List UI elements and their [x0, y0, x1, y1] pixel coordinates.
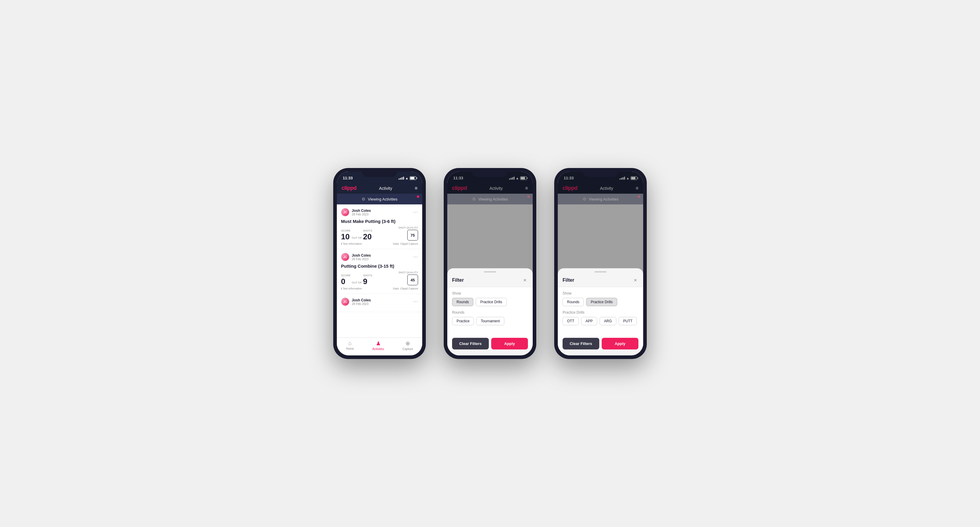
shot-quality-badge-2: 45	[407, 275, 418, 285]
clear-filters-button-2[interactable]: Clear Filters	[452, 338, 489, 349]
show-chips-2: Rounds Practice Drills	[452, 298, 528, 306]
nav-activities-label-1: Activities	[372, 348, 384, 351]
notification-dot-1	[417, 195, 419, 198]
user-date-2: 28 Feb 2023	[352, 257, 371, 261]
status-time-1: 11:33	[343, 176, 353, 180]
sheet-header-2: Filter ✕	[447, 275, 533, 287]
avatar-3: JC	[341, 297, 349, 306]
scene: 11:33 ▲ clippd Activity ≡ ⚙	[315, 144, 665, 383]
stats-row-1: Score 10 OUT OF Shots 20 Shot Quality 7	[341, 226, 418, 241]
card-header-2: JC Josh Coles 28 Feb 2023 ···	[341, 253, 418, 261]
shots-label-2: Shots	[363, 274, 372, 277]
user-info-2: JC Josh Coles 28 Feb 2023	[341, 253, 371, 261]
filter-sheet-2: Filter ✕ Show Rounds Practice Drills Rou…	[447, 268, 533, 356]
show-label-3: Show	[563, 291, 638, 295]
chip-ott-3[interactable]: OTT	[563, 317, 579, 325]
chip-rounds-3[interactable]: Rounds	[563, 298, 584, 306]
sheet-footer-3: Clear Filters Apply	[558, 333, 643, 349]
close-button-2[interactable]: ✕	[522, 277, 528, 283]
app-header-1: clippd Activity ≡	[337, 183, 422, 194]
nav-capture-1[interactable]: ⊕ Capture	[402, 340, 413, 351]
content-1: JC Josh Coles 28 Feb 2023 ··· Must Make …	[337, 205, 422, 338]
filter-sheet-3: Filter ✕ Show Rounds Practice Drills Pra…	[558, 268, 643, 356]
activity-card-3: JC Josh Coles 28 Feb 2023 ···	[337, 294, 422, 312]
chip-practice-drills-3[interactable]: Practice Drills	[586, 298, 617, 306]
clear-filters-button-3[interactable]: Clear Filters	[563, 338, 599, 349]
header-title-1: Activity	[379, 186, 392, 191]
sheet-body-3: Show Rounds Practice Drills Practice Dri…	[558, 287, 643, 333]
activity-title-2: Putting Combine (3-15 ft)	[341, 264, 418, 268]
chip-practice-drills-2[interactable]: Practice Drills	[476, 298, 506, 306]
activities-icon-1: ♟	[376, 340, 381, 347]
rounds-label-2: Rounds	[452, 310, 528, 314]
sheet-body-2: Show Rounds Practice Drills Rounds Pract…	[447, 287, 533, 333]
sheet-footer-2: Clear Filters Apply	[447, 333, 533, 349]
sheet-handle-2	[484, 271, 496, 273]
avatar-2: JC	[341, 253, 349, 261]
user-date-3: 28 Feb 2023	[352, 302, 371, 306]
apply-button-3[interactable]: Apply	[602, 338, 638, 349]
card-header-1: JC Josh Coles 28 Feb 2023 ···	[341, 208, 418, 216]
logo-1: clippd	[342, 185, 356, 191]
bottom-nav-1: ⌂ Home ♟ Activities ⊕ Capture	[337, 338, 422, 356]
phone-3: 11:33 ▲ clippd Activity ≡ ⚙	[554, 168, 647, 359]
activity-card-2: JC Josh Coles 28 Feb 2023 ··· Putting Co…	[337, 249, 422, 294]
more-dots-3[interactable]: ···	[413, 299, 418, 305]
show-chips-3: Rounds Practice Drills	[563, 298, 638, 306]
activity-title-1: Must Make Putting (3-6 ft)	[341, 219, 418, 224]
nav-home-label-1: Home	[346, 347, 354, 350]
data-source-2: Data: Clippd Capture	[393, 287, 418, 290]
chip-arg-3[interactable]: ARG	[600, 317, 616, 325]
filter-icon-1: ⚙	[361, 197, 366, 202]
battery-icon-1	[410, 176, 416, 180]
out-of-2: OUT OF	[352, 281, 362, 284]
card-footer-2: ℹ Test Information Data: Clippd Capture	[341, 287, 418, 290]
notch-3	[582, 168, 619, 177]
show-label-2: Show	[452, 291, 528, 295]
filter-title-3: Filter	[563, 278, 574, 283]
home-icon-1: ⌂	[348, 340, 352, 346]
chip-rounds-2[interactable]: Rounds	[452, 298, 473, 306]
stats-row-2: Score 0 OUT OF Shots 9 Shot Quality 45	[341, 271, 418, 285]
phone-1: 11:33 ▲ clippd Activity ≡ ⚙	[333, 168, 426, 359]
chip-practice-2[interactable]: Practice	[452, 317, 474, 325]
user-date-1: 28 Feb 2023	[352, 213, 371, 216]
wifi-icon-1: ▲	[405, 176, 409, 180]
more-dots-2[interactable]: ···	[413, 254, 418, 260]
drills-label-3: Practice Drills	[563, 310, 638, 314]
user-name-1: Josh Coles	[352, 209, 371, 213]
close-button-3[interactable]: ✕	[632, 277, 638, 283]
card-header-3: JC Josh Coles 28 Feb 2023 ···	[341, 297, 418, 306]
avatar-1: JC	[341, 208, 349, 216]
activity-card-1: JC Josh Coles 28 Feb 2023 ··· Must Make …	[337, 205, 422, 249]
out-of-1: OUT OF	[352, 237, 362, 239]
score-label-2: Score	[341, 274, 350, 277]
viewing-bar-1[interactable]: ⚙ Viewing Activities	[337, 194, 422, 205]
apply-button-2[interactable]: Apply	[491, 338, 528, 349]
signal-icon-1	[399, 177, 404, 179]
chip-tournament-2[interactable]: Tournament	[476, 317, 504, 325]
score-value-1: 10	[341, 233, 350, 241]
chip-putt-3[interactable]: PUTT	[619, 317, 637, 325]
notch-2	[472, 168, 508, 177]
chip-app-3[interactable]: APP	[581, 317, 597, 325]
test-info-1: ℹ Test Information	[341, 242, 362, 245]
user-name-3: Josh Coles	[352, 298, 371, 302]
score-label-1: Score	[341, 229, 350, 232]
user-info-3: JC Josh Coles 28 Feb 2023	[341, 297, 371, 306]
hamburger-icon-1[interactable]: ≡	[415, 186, 417, 191]
shot-quality-label-1: Shot Quality	[398, 226, 418, 229]
nav-home-1[interactable]: ⌂ Home	[346, 340, 354, 351]
nav-activities-1[interactable]: ♟ Activities	[372, 340, 384, 351]
test-info-2: ℹ Test Information	[341, 287, 362, 290]
shots-label-1: Shots	[363, 229, 372, 232]
more-dots-1[interactable]: ···	[413, 210, 418, 215]
shot-quality-label-2: Shot Quality	[398, 271, 418, 274]
score-value-2: 0	[341, 278, 350, 285]
card-footer-1: ℹ Test Information Data: Clippd Capture	[341, 242, 418, 245]
drills-chips-3: OTT APP ARG PUTT	[563, 317, 638, 325]
user-info-1: JC Josh Coles 28 Feb 2023	[341, 208, 371, 216]
user-name-2: Josh Coles	[352, 253, 371, 257]
capture-icon-1: ⊕	[406, 340, 410, 347]
rounds-chips-2: Practice Tournament	[452, 317, 528, 325]
